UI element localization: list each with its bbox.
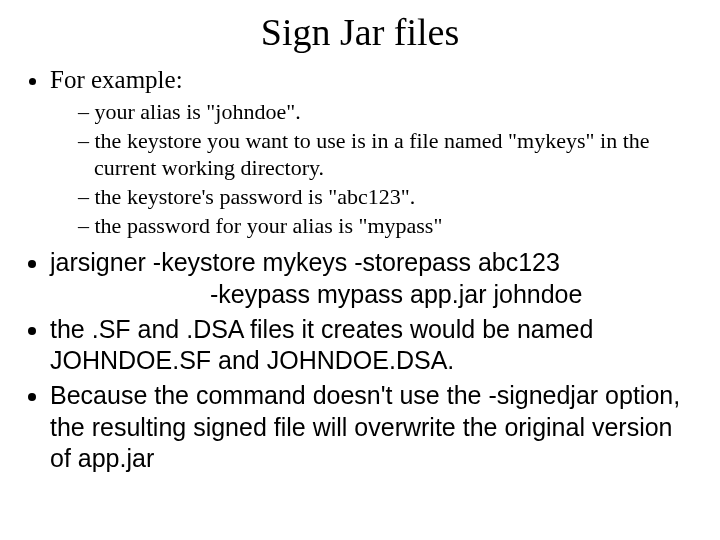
sub-bullet-alias-password: the password for your alias is "mypass" [78, 213, 692, 240]
sub-bullet-keystore-password: the keystore's password is "abc123". [78, 184, 692, 211]
sub-bullet-alias: your alias is "johndoe". [78, 99, 692, 126]
command-line-1: jarsigner -keystore mykeys -storepass ab… [50, 248, 560, 276]
slide-title: Sign Jar files [28, 10, 692, 54]
sub-bullet-keystore-file: the keystore you want to use is in a fil… [78, 128, 692, 182]
bullet-command: jarsigner -keystore mykeys -storepass ab… [50, 247, 692, 310]
bullet-output-files: the .SF and .DSA files it creates would … [50, 314, 692, 377]
bullet-list: For example: your alias is "johndoe". th… [28, 64, 692, 474]
slide: Sign Jar files For example: your alias i… [0, 0, 720, 540]
sub-bullet-list: your alias is "johndoe". the keystore yo… [50, 99, 692, 239]
bullet-for-example: For example: your alias is "johndoe". th… [50, 64, 692, 239]
bullet-text: For example: [50, 66, 183, 93]
command-line-2: -keypass mypass app.jar johndoe [50, 279, 692, 310]
bullet-overwrite-note: Because the command doesn't use the -sig… [50, 380, 692, 474]
